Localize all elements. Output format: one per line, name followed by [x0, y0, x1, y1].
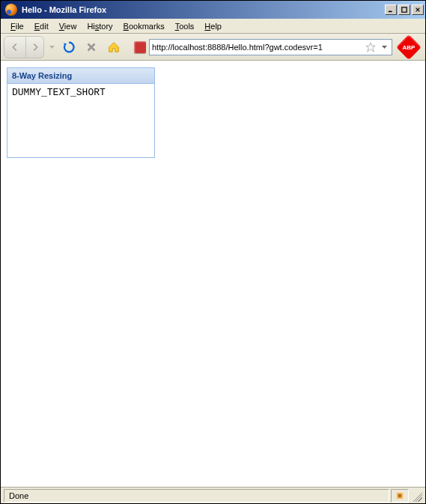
url-dropdown-icon[interactable] [379, 46, 389, 49]
svg-rect-1 [402, 7, 407, 12]
menu-edit[interactable]: Edit [29, 20, 54, 32]
resize-grip[interactable] [410, 490, 422, 502]
menu-file[interactable]: File [5, 20, 29, 32]
window-title: Hello - Mozilla Firefox [22, 5, 385, 14]
stop-button[interactable] [82, 37, 101, 57]
firefox-icon [5, 4, 17, 16]
bookmark-star-icon[interactable] [365, 42, 376, 52]
svg-point-3 [398, 494, 401, 497]
window-titlebar: Hello - Mozilla Firefox [1, 1, 425, 19]
menu-bookmarks[interactable]: Bookmarks [118, 20, 170, 32]
maximize-button[interactable] [398, 4, 410, 15]
menu-history[interactable]: History [82, 20, 118, 32]
menu-help[interactable]: Help [199, 20, 227, 32]
nav-history-dropdown[interactable] [47, 36, 56, 58]
window-controls [385, 4, 424, 15]
panel-header[interactable]: 8-Way Resizing [7, 68, 154, 84]
menu-bar: File Edit View History Bookmarks Tools H… [1, 19, 425, 34]
menu-tools[interactable]: Tools [170, 20, 200, 32]
abp-label: ABP [403, 43, 416, 50]
reload-button[interactable] [59, 37, 79, 57]
site-identity-icon[interactable] [134, 41, 146, 53]
address-bar[interactable]: http://localhost:8888/Hello.html?gwt.cod… [149, 39, 392, 55]
panel-body: DUMMY_TEXT_SHORT [7, 84, 154, 157]
status-bar: Done [1, 487, 425, 503]
status-plugin-icon[interactable] [391, 489, 409, 503]
nav-buttons [4, 36, 44, 58]
menu-view[interactable]: View [54, 20, 82, 32]
navigation-toolbar: http://localhost:8888/Hello.html?gwt.cod… [1, 34, 425, 61]
status-text: Done [4, 489, 389, 503]
adblock-plus-icon[interactable]: ABP [396, 34, 422, 60]
url-text[interactable]: http://localhost:8888/Hello.html?gwt.cod… [152, 43, 362, 52]
close-button[interactable] [412, 4, 424, 15]
resizable-panel[interactable]: 8-Way Resizing DUMMY_TEXT_SHORT [7, 67, 155, 158]
home-button[interactable] [104, 37, 124, 57]
minimize-button[interactable] [385, 4, 397, 15]
forward-button[interactable] [26, 36, 44, 58]
svg-rect-0 [389, 11, 392, 13]
back-button[interactable] [4, 36, 26, 58]
page-content: 8-Way Resizing DUMMY_TEXT_SHORT [1, 61, 425, 487]
